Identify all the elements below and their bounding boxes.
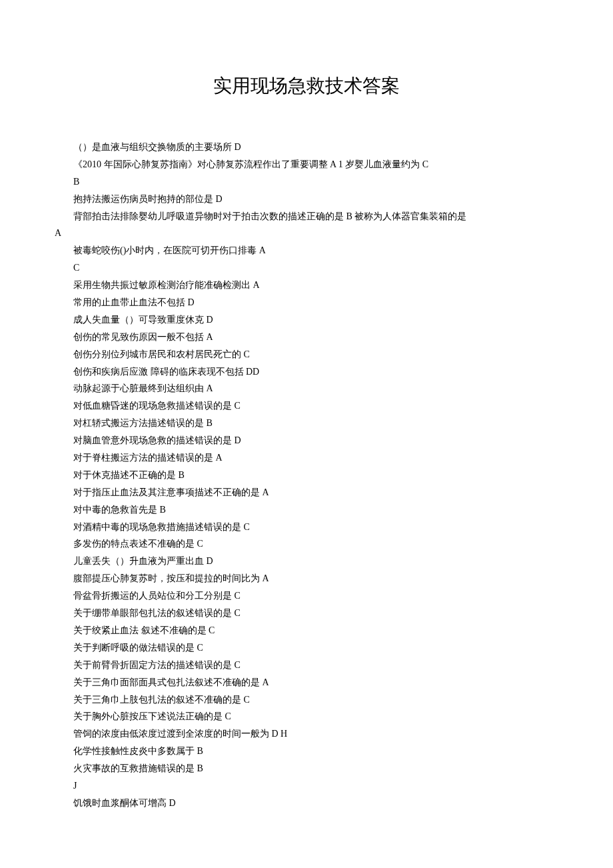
body-line: 对低血糖昏迷的现场急救描述错误的是 C: [73, 397, 540, 415]
body-line: 对于指压止血法及其注意事项描述不正确的是 A: [73, 484, 540, 501]
body-line: 采用生物共振过敏原检测治疗能准确检测出 A: [73, 277, 540, 294]
body-line: 多发伤的特点表述不准确的是 C: [73, 535, 540, 553]
body-line: 成人失血量（）可导致重度休克 D: [73, 311, 540, 329]
body-line: 对于休克描述不正确的是 B: [73, 467, 540, 484]
body-line: 关于前臂骨折固定方法的描述错误的是 C: [73, 657, 540, 674]
body-line: 饥饿时血浆酮体可增高 D: [73, 795, 540, 812]
body-line: 对杠轿式搬运方法描述错误的是 B: [73, 415, 540, 432]
body-line: 管饲的浓度由低浓度过渡到全浓度的时间一般为 D H: [73, 725, 540, 743]
body-line: C: [73, 259, 540, 277]
body-line: 关于绷带单眼部包扎法的叙述错误的是 C: [73, 605, 540, 622]
body-line: B: [73, 173, 540, 191]
body-line: 被毒蛇咬伤()小时内，在医院可切开伤口排毒 A: [73, 242, 540, 259]
body-line: A: [55, 225, 540, 242]
body-line: 关于三角巾面部面具式包扎法叙述不准确的是 A: [73, 674, 540, 691]
body-line: 对于脊柱搬运方法的描述错误的是 A: [73, 449, 540, 467]
body-line: 对中毒的急救首先是 B: [73, 501, 540, 519]
body-line: 创伤和疾病后应激 障碍的临床表现不包括 DD: [73, 363, 540, 381]
document-body: （）是血液与组织交换物质的主要场所 D《2010 年国际心肺复苏指南》对心肺复苏…: [73, 139, 540, 812]
body-line: 背部拍击法排除婴幼儿呼吸道异物时对于拍击次数的描述正确的是 B 被称为人体器官集…: [73, 208, 540, 225]
body-line: 关于三角巾上肢包扎法的叙述不准确的是 C: [73, 691, 540, 709]
body-line: 对酒精中毒的现场急救措施描述错误的是 C: [73, 519, 540, 536]
body-line: 化学性接触性皮炎中多数属于 B: [73, 743, 540, 760]
body-line: J: [73, 777, 540, 795]
body-line: 腹部提压心肺复苏时，按压和提拉的时间比为 A: [73, 570, 540, 587]
body-line: 关于胸外心脏按压下述说法正确的是 C: [73, 708, 540, 725]
body-line: 关于判断呼吸的做法错误的是 C: [73, 639, 540, 657]
body-line: 抱持法搬运伤病员时抱持的部位是 D: [73, 191, 540, 208]
body-line: 火灾事故的互救措施错误的是 B: [73, 760, 540, 777]
body-line: 《2010 年国际心肺复苏指南》对心肺复苏流程作出了重要调整 A 1 岁婴儿血液…: [73, 156, 540, 173]
body-line: 骨盆骨折搬运的人员站位和分工分别是 C: [73, 587, 540, 605]
body-line: 创伤的常见致伤原因一般不包括 A: [73, 329, 540, 346]
body-line: 创伤分别位列城市居民和农村居民死亡的 C: [73, 346, 540, 363]
body-line: （）是血液与组织交换物质的主要场所 D: [73, 139, 540, 156]
body-line: 儿童丢失（）升血液为严重出血 D: [73, 553, 540, 570]
body-line: 对脑血管意外现场急救的描述错误的是 D: [73, 432, 540, 449]
body-line: 常用的止血带止血法不包括 D: [73, 294, 540, 311]
document-title: 实用现场急救技术答案: [73, 73, 540, 99]
body-line: 关于绞紧止血法 叙述不准确的是 C: [73, 622, 540, 639]
body-line: 动脉起源于心脏最终到达组织由 A: [73, 380, 540, 397]
